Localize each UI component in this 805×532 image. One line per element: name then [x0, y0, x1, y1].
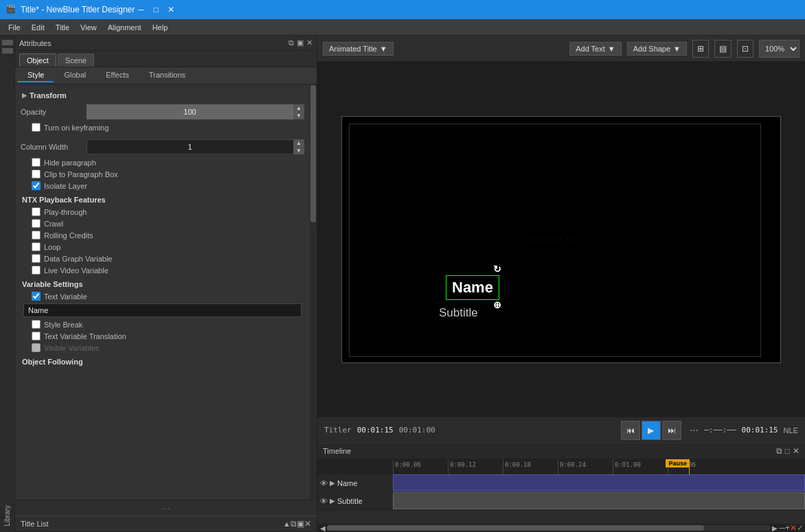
scroll-left-button[interactable]: ◀: [319, 524, 327, 532]
title-list-collapse-button[interactable]: ▲: [283, 520, 291, 528]
menu-title[interactable]: Title: [50, 22, 75, 33]
transform-section-header[interactable]: ▶ Transform: [21, 89, 304, 102]
ntx-datagraph-checkbox[interactable]: [32, 254, 41, 263]
menu-help[interactable]: Help: [147, 22, 174, 33]
timeline-close-button[interactable]: ✕: [793, 446, 800, 456]
timeline-confirm-button[interactable]: ✓: [797, 523, 804, 532]
name-text-element[interactable]: ↻ Name ⊕: [446, 275, 499, 300]
scale-handle[interactable]: ⊕: [493, 299, 501, 310]
preview-inner: NewBlue Inc. ↻ Name ⊕ Subtitle: [349, 124, 761, 357]
title-list-close-button[interactable]: ✕: [304, 519, 311, 529]
menu-view[interactable]: View: [75, 22, 102, 33]
skip-back-button[interactable]: ⏮: [621, 421, 640, 440]
attr-dock-button[interactable]: ▣: [297, 38, 304, 47]
grid-button[interactable]: ⊞: [692, 40, 709, 58]
ntx-playthrough-checkbox[interactable]: [32, 207, 41, 216]
sec-tab-transitions[interactable]: Transitions: [139, 69, 195, 82]
column-width-down-button[interactable]: ▼: [293, 147, 304, 154]
rotate-handle[interactable]: ↻: [493, 264, 501, 275]
column-width-input[interactable]: [87, 139, 304, 154]
skip-forward-button[interactable]: ⏭: [662, 421, 681, 440]
playhead-line[interactable]: [689, 459, 690, 474]
zoom-select[interactable]: 100%: [759, 40, 800, 58]
translation-checkbox[interactable]: [32, 332, 41, 340]
opacity-input-container: ▲ ▼: [87, 104, 304, 119]
opacity-label: Opacity: [21, 108, 82, 116]
scroll-right-button[interactable]: ▶: [771, 524, 779, 532]
track-content-name[interactable]: [393, 474, 805, 491]
variable-section-header[interactable]: Variable Settings: [21, 276, 304, 290]
timeline-cancel-button[interactable]: ✕: [790, 523, 797, 532]
attr-close-button[interactable]: ✕: [306, 38, 313, 47]
track-label-name: Name: [337, 479, 390, 487]
attr-float-button[interactable]: ⧉: [288, 38, 294, 47]
sec-tab-global[interactable]: Global: [54, 69, 95, 82]
attr-content: ▶ Transform Opacity ▲ ▼: [15, 84, 310, 500]
keyframe-checkbox[interactable]: [32, 123, 41, 132]
ntx-loop-checkbox[interactable]: [32, 242, 41, 251]
ntx-livevideo-checkbox[interactable]: [32, 266, 41, 275]
play-button[interactable]: ▶: [642, 421, 661, 440]
opacity-up-button[interactable]: ▲: [293, 104, 304, 112]
add-text-button[interactable]: Add Text ▼: [569, 42, 622, 56]
opacity-down-button[interactable]: ▼: [293, 112, 304, 119]
ruler-button[interactable]: ▤: [714, 40, 732, 58]
animated-title-button[interactable]: Animated Title ▼: [323, 42, 394, 56]
attr-scrollbar[interactable]: [310, 84, 317, 500]
transform-label: Transform: [30, 91, 67, 100]
ntx-rolling-checkbox[interactable]: [32, 231, 41, 240]
track-visibility-name[interactable]: 👁: [320, 479, 328, 487]
ntx-section-header[interactable]: NTX Playback Features: [21, 192, 304, 206]
tab-scene[interactable]: Scene: [58, 54, 94, 67]
timeline-zoom-out-button[interactable]: ─: [779, 523, 785, 532]
minimize-button[interactable]: ─: [135, 3, 147, 16]
track-expand-subtitle[interactable]: ▶: [330, 497, 335, 505]
visible-variables-checkbox[interactable]: [32, 343, 41, 352]
text-variable-checkbox[interactable]: [32, 292, 41, 301]
title-list-dock-button[interactable]: ▣: [297, 519, 304, 529]
object-following-header[interactable]: Object Following: [21, 354, 304, 368]
ntx-crawl-checkbox[interactable]: [32, 219, 41, 228]
tab-object[interactable]: Object: [19, 54, 56, 67]
track-expand-name[interactable]: ▶: [330, 479, 335, 487]
scroll-thumb[interactable]: [327, 525, 704, 531]
timeline-float-button[interactable]: ⧉: [776, 446, 782, 456]
maximize-button[interactable]: □: [150, 3, 162, 16]
hide-paragraph-checkbox[interactable]: [32, 158, 41, 167]
menu-file[interactable]: File: [3, 22, 26, 33]
isolate-layer-checkbox[interactable]: [32, 181, 41, 190]
menu-alignment[interactable]: Alignment: [102, 22, 147, 33]
main-tabs: Object Scene: [15, 51, 317, 67]
sec-tab-style[interactable]: Style: [18, 69, 54, 82]
library-label[interactable]: Library: [3, 500, 11, 532]
timeline-maximize-button[interactable]: □: [785, 446, 790, 456]
track-row-subtitle: 👁 ▶ Subtitle: [317, 492, 805, 510]
fullscreen-button[interactable]: ⊡: [737, 40, 753, 58]
title-list-float-button[interactable]: ⧉: [291, 519, 297, 529]
close-button[interactable]: ✕: [165, 3, 177, 16]
add-shape-button[interactable]: Add Shape ▼: [627, 42, 687, 56]
menu-edit[interactable]: Edit: [26, 22, 50, 33]
playback-more-button[interactable]: ···: [690, 424, 699, 437]
name-text[interactable]: Name: [452, 279, 493, 296]
menu-bar: File Edit Title View Alignment Help: [0, 19, 805, 36]
left-strip: Library: [0, 36, 15, 532]
style-break-checkbox[interactable]: [32, 320, 41, 329]
left-strip-icon[interactable]: [2, 40, 13, 45]
sec-tab-effects[interactable]: Effects: [96, 69, 138, 82]
preview-canvas: NewBlue Inc. ↻ Name ⊕ Subtitle: [341, 116, 781, 363]
column-width-up-button[interactable]: ▲: [293, 139, 304, 147]
title-list-label: Title List: [21, 520, 283, 528]
track-content-subtitle[interactable]: [393, 492, 805, 509]
timeline-area: Timeline ⧉ □ ✕ 0:00.06 0:00.12 0:00.18 0…: [317, 443, 805, 532]
scroll-track[interactable]: [327, 525, 771, 531]
subtitle-text-element[interactable]: Subtitle: [439, 306, 478, 320]
ntx-livevideo-row: Live Video Variable: [21, 264, 304, 276]
timeline-zoom-in-button[interactable]: +: [785, 523, 790, 532]
clip-paragraph-checkbox[interactable]: [32, 170, 41, 178]
track-visibility-subtitle[interactable]: 👁: [320, 497, 328, 505]
left-strip-icon2[interactable]: [2, 48, 13, 54]
track-controls-name: 👁 ▶ Name: [317, 474, 393, 491]
opacity-input[interactable]: [87, 104, 304, 119]
variable-value-input[interactable]: [23, 303, 302, 317]
